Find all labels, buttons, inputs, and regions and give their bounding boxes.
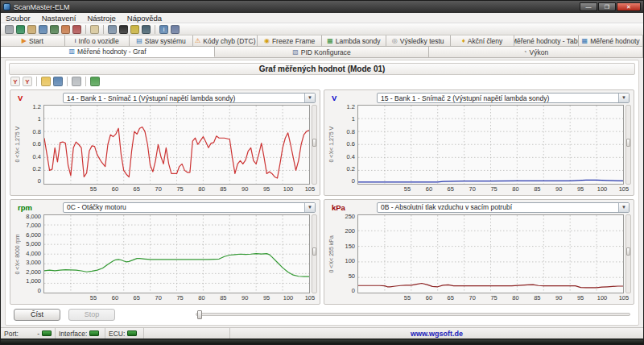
tab-merene-hodnoty[interactable]: ▦Měřené hodnoty [579, 35, 643, 46]
user-icon[interactable] [72, 25, 81, 34]
menu-soubor[interactable]: Soubor [6, 14, 31, 23]
minimize-button[interactable]: — [580, 2, 597, 11]
tab-vykon-label: Výkon [530, 48, 549, 56]
close-button[interactable]: ✕ [617, 2, 641, 11]
picture-icon[interactable] [61, 25, 70, 34]
vehicle-info-icon[interactable] [27, 25, 36, 34]
y-tick-label: 1.2 [33, 105, 41, 110]
tab-merene-hodnoty-graf[interactable]: ▥Měřené hodnoty - Graf [1, 47, 215, 57]
tab-row-1: ▶StartiInfo o vozidle▤Stav systému⚠Kódy … [1, 35, 643, 47]
vertical-scrollbar[interactable] [312, 105, 317, 185]
plot-area [43, 214, 310, 294]
tab-start[interactable]: ▶Start [1, 35, 65, 46]
controls-row: Číst Stop [9, 306, 635, 322]
slider-handle[interactable] [197, 310, 202, 319]
y-tick-label: 4,000 [26, 251, 41, 256]
pid-select[interactable]: 0B - Absolutní tlak vzduchu v sacím potr… [377, 202, 630, 213]
plot-area [357, 105, 624, 185]
connect-icon[interactable] [5, 25, 14, 34]
vertical-scrollbar[interactable] [312, 214, 317, 294]
tab-stav-systemu[interactable]: ▤Stav systému [130, 35, 194, 46]
tab-vykon-icon: ◔ [523, 49, 527, 56]
web-icon[interactable] [16, 25, 25, 34]
pid-select-value: 14 - Bank 1 - Snímač 1 (Výstupní napětí … [67, 94, 235, 102]
chevron-down-icon[interactable]: ▼ [618, 94, 629, 102]
clipboard-icon[interactable] [90, 25, 99, 34]
toolbar-separator [67, 77, 68, 86]
y-tick-label: 0.8 [347, 130, 355, 135]
tab-vysledky-testu[interactable]: ◎Výsledky testu [386, 35, 451, 46]
x-axis-labels: 556065707580859095100105 [93, 293, 310, 302]
exit-icon[interactable] [171, 25, 180, 34]
battery-icon[interactable] [130, 25, 139, 34]
print-icon[interactable] [72, 77, 81, 86]
range-label: 0 <X< 255 kPa [327, 214, 335, 294]
range-label: 0 <X< 8000 rpm [13, 214, 21, 294]
pid-select[interactable]: 15 - Bank 1 - Snímač 2 (Výstupní napětí … [377, 93, 630, 103]
y-tick-label: 8,000 [26, 214, 41, 219]
tab-kody-chyb[interactable]: ⚠Kódy chyb (DTC) [193, 35, 258, 46]
menu-napoveda[interactable]: Nápověda [127, 14, 162, 23]
chart-panel-intake-pressure: kPa 0B - Absolutní tlak vzduchu v sacím … [324, 199, 634, 306]
export-icon[interactable] [90, 77, 100, 86]
timeline-slider[interactable] [196, 313, 630, 316]
app-icon [3, 3, 10, 10]
maximize-button[interactable]: ❐ [598, 2, 616, 11]
open-icon[interactable] [41, 77, 51, 86]
read-button[interactable]: Číst [14, 309, 60, 321]
pid-select[interactable]: 0C - Otáčky motoru ▼ [63, 202, 316, 213]
tab-lambda-sondy-label: Lambda sondy [336, 37, 381, 45]
y-tick-label: 1.2 [347, 105, 355, 110]
tab-merene-hodnoty-graf-label: Měřené hodnoty - Graf [77, 48, 147, 56]
unit-label: V [13, 94, 63, 102]
vertical-scrollbar[interactable] [625, 105, 631, 185]
wgsoft-link[interactable]: www.wgsoft.de [411, 330, 463, 338]
plot [358, 106, 623, 184]
vertical-scrollbar[interactable] [625, 214, 631, 294]
tab-merene-hodnoty-tabulka-label: Měřené hodnoty - Tabulka [514, 37, 579, 45]
pid-select-value: 15 - Bank 1 - Snímač 2 (Výstupní napětí … [381, 94, 549, 102]
y-tick-label: 1,000 [26, 279, 41, 284]
menu-nastaveni[interactable]: Nastavení [42, 14, 76, 23]
tab-stav-systemu-icon: ▤ [136, 38, 142, 44]
app-window: ScanMaster-ELM — ❐ ✕ SouborNastaveníNást… [0, 0, 644, 345]
y-tick-label: 0.6 [33, 142, 41, 147]
table-icon[interactable] [39, 25, 47, 34]
tab-lambda-sondy[interactable]: ▦Lambda sondy [322, 35, 386, 46]
y-tick-label: 0 [352, 289, 355, 293]
tab-info-o-vozidle[interactable]: iInfo o vozidle [65, 35, 130, 46]
tab-pid-konfigurace[interactable]: ▧PID Konfigurace [215, 47, 429, 57]
pid-select[interactable]: 14 - Bank 1 - Snímač 1 (Výstupní napětí … [63, 93, 316, 103]
tab-akcni-cleny[interactable]: ♦Akční členy [451, 35, 515, 46]
globe-icon[interactable] [142, 25, 151, 34]
y-tick-label: 0 [38, 289, 41, 293]
y-tick-label: 0.8 [33, 130, 41, 135]
save-icon[interactable] [53, 77, 63, 86]
remove-graph-icon[interactable]: Y [23, 77, 32, 86]
tab-merene-hodnoty-tabulka[interactable]: ▦Měřené hodnoty - Tabulka [514, 35, 579, 46]
chevron-down-icon[interactable]: ▼ [304, 94, 315, 102]
menu-nastroje[interactable]: Nástroje [87, 14, 115, 23]
chevron-down-icon[interactable]: ▼ [304, 203, 315, 212]
tab-vykon[interactable]: ◔Výkon [429, 47, 643, 57]
info-icon[interactable]: i [159, 25, 168, 34]
status-spacer [144, 328, 230, 339]
chart-panel-bank1-sensor2: V 15 - Bank 1 - Snímač 2 (Výstupní napět… [324, 89, 634, 196]
message-icon[interactable] [108, 25, 117, 34]
y-tick-label: 0.2 [33, 167, 41, 172]
tab-stav-systemu-label: Stav systému [145, 37, 186, 45]
tab-kody-chyb-label: Kódy chyb (DTC) [203, 37, 255, 45]
add-graph-icon[interactable]: Y [10, 77, 20, 86]
tab-freeze-frame[interactable]: ◉Freeze Frame [258, 35, 322, 46]
tab-lambda-sondy-icon: ▦ [327, 38, 333, 44]
y-tick-label: 250 [345, 214, 355, 219]
tab-merene-hodnoty-icon: ▦ [582, 38, 588, 44]
toolbar-separator [36, 77, 37, 86]
terminal-icon[interactable] [119, 25, 128, 34]
window-title: ScanMaster-ELM [14, 3, 70, 11]
chevron-down-icon[interactable]: ▼ [618, 203, 629, 212]
tab-akcni-cleny-label: Akční členy [468, 37, 502, 45]
toolbar-separator [155, 25, 155, 34]
port-status-led [42, 330, 52, 336]
graph-icon[interactable] [50, 25, 59, 34]
